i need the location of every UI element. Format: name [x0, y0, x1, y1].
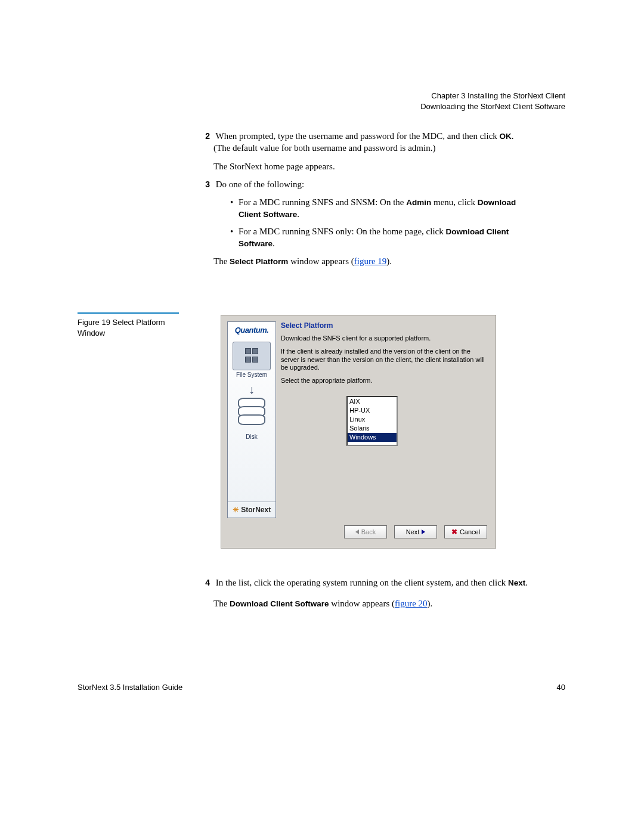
disk-label: Disk [228, 433, 275, 440]
step-4-number: 4 [199, 577, 213, 589]
close-icon: ✖ [451, 528, 457, 536]
back-button: Back [344, 525, 387, 538]
page-header: Chapter 3 Installing the StorNext Client… [420, 91, 565, 112]
chapter-line: Chapter 3 Installing the StorNext Client [420, 91, 565, 101]
dialog-p1: Download the SNFS client for a supported… [281, 335, 490, 343]
page-number: 40 [557, 683, 565, 692]
opt-solaris[interactable]: Solaris [348, 424, 397, 433]
bullet-snfs-snsm: For a MDC running SNFS and SNSM: On the … [230, 196, 530, 221]
dialog-p3: Select the appropriate platform. [281, 377, 490, 385]
platform-listbox[interactable]: AIX HP-UX Linux Solaris Windows [346, 396, 398, 446]
body-column: 2 When prompted, type the username and p… [213, 130, 530, 273]
step-2-text: When prompted, type the username and pas… [213, 131, 514, 153]
figure-caption: Figure 19 Select Platform Window [78, 312, 179, 338]
triangle-left-icon [355, 529, 359, 534]
step-2-number: 2 [199, 131, 213, 142]
figure-20-link[interactable]: figure 20 [395, 599, 428, 608]
select-platform-dialog: Quantum. File System ↓ Disk StorNext Sel… [221, 315, 496, 549]
opt-linux[interactable]: Linux [348, 415, 397, 424]
dialog-main: Select Platform Download the SNFS client… [281, 321, 490, 390]
cancel-button[interactable]: ✖ Cancel [444, 525, 487, 538]
stornext-logo: StorNext [228, 501, 275, 514]
file-system-tile [233, 342, 271, 370]
bullet-snfs-only: For a MDC running SNFS only: On the home… [230, 225, 530, 250]
step-3-result: The Select Platform window appears (figu… [213, 255, 530, 267]
body-column-lower: 4 In the list, click the operating syste… [213, 568, 530, 619]
section-line: Downloading the StorNext Client Software [420, 101, 565, 112]
file-system-label: File System [228, 371, 275, 378]
dialog-sidebar: Quantum. File System ↓ Disk StorNext [227, 321, 276, 518]
opt-aix[interactable]: AIX [348, 397, 397, 406]
step-4-result: The Download Client Software window appe… [213, 597, 530, 609]
next-button[interactable]: Next [394, 525, 437, 538]
dialog-title: Select Platform [281, 321, 490, 330]
opt-hpux[interactable]: HP-UX [348, 406, 397, 415]
step-3-text: Do one of the following: [216, 179, 304, 189]
quantum-logo: Quantum. [228, 322, 275, 339]
dialog-p2: If the client is already installed and t… [281, 348, 490, 372]
step-3-number: 3 [199, 179, 213, 190]
triangle-right-icon [422, 529, 425, 534]
page-footer: StorNext 3.5 Installation Guide 40 [78, 683, 565, 692]
figure-19-link[interactable]: figure 19 [354, 256, 387, 266]
footer-title: StorNext 3.5 Installation Guide [78, 683, 182, 692]
step-4-text: In the list, click the operating system … [216, 578, 528, 587]
dialog-button-row: Back Next ✖ Cancel [344, 525, 487, 538]
opt-windows[interactable]: Windows [348, 433, 397, 442]
step-2-result: The StorNext home page appears. [213, 160, 530, 172]
disk-icon [237, 400, 267, 433]
ok-label: OK [500, 132, 512, 141]
down-arrow-icon: ↓ [228, 380, 275, 399]
step-3-bullets: For a MDC running SNFS and SNSM: On the … [213, 196, 530, 249]
